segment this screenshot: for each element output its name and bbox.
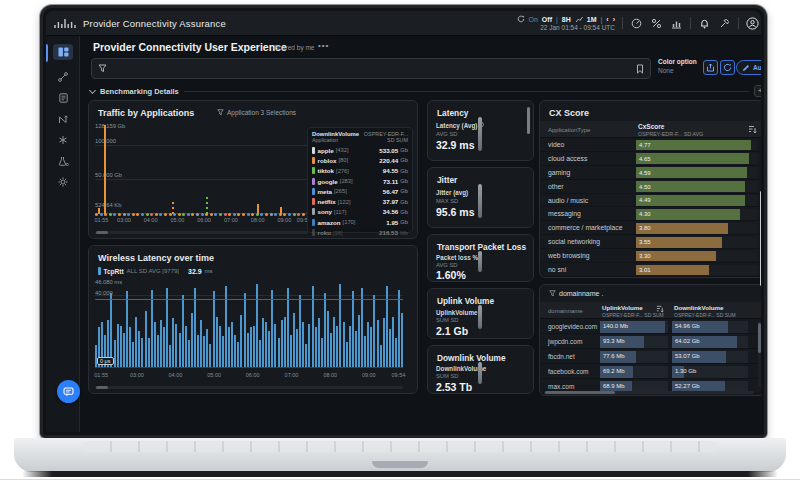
sidebar-item-dashboards[interactable] [53,44,73,60]
table-row-partial[interactable] [540,394,761,396]
wireless-latency-bar [219,326,221,367]
analytics-icon[interactable] [670,17,683,30]
wireless-latency-bar [228,327,230,367]
wireless-latency-bar [160,320,162,367]
traffic-dot [150,213,153,216]
table-row-facebook[interactable]: facebook.com 69.2 Mb 1.30 Gb [540,364,761,379]
wireless-latency-bar [377,320,379,367]
table-row-googlevideo[interactable]: googlevideo.com 140.0 Mb 54.96 Gb [540,319,761,334]
wireless-latency-bar [117,324,119,367]
cx-row-audio-music[interactable]: audio / music4.49 [540,194,761,208]
live-off-toggle[interactable]: Off [542,16,552,23]
legend-item-sony[interactable]: sony[117]34.56Gb [312,207,408,217]
legend-item-apple[interactable]: apple[432]533.05Gb [312,145,408,155]
col-cxscore[interactable]: CxScore [638,123,664,130]
refresh-icon [723,63,732,72]
legend-item-meta[interactable]: meta[265]56.47Gb [312,186,408,196]
sidebar-item-services[interactable] [53,132,73,148]
cx-row-gaming[interactable]: gaming4.59 [540,166,761,180]
legend-item-amazon[interactable]: amazon[170]1.95Gb [312,217,408,227]
traffic-chart[interactable]: 128.159 Gb 100.000 50.000 Gb 524.64 Kb [95,125,308,214]
user-avatar[interactable] [746,17,759,30]
application-filter-chip[interactable]: Application 3 Selections [217,109,296,116]
tools-percent-icon[interactable] [650,17,663,30]
sidebar-item-tests[interactable] [53,153,73,169]
col-domainname[interactable]: domainname [548,308,583,314]
cx-row-social-networking[interactable]: social networking3.55 [540,235,761,249]
table-row-jwpcdn[interactable]: jwpcdn.com 93.3 Mb 64.02 Gb [540,334,761,349]
help-chat-button[interactable] [57,380,80,403]
col-uplink[interactable]: UplinkVolume [602,304,643,311]
cx-table-header: ApplicationType CxScore OSPREY-EDR-F... … [540,121,761,138]
filter-input[interactable] [91,58,651,79]
wireless-legend[interactable]: TcpRtt ALL SD AVG [9779] 32.9 ms [98,267,213,275]
wireless-chart[interactable]: 0 μs [95,284,403,368]
traffic-dot [274,213,277,216]
cx-row-no-sni[interactable]: no sni3.01 [540,263,761,277]
more-menu-button[interactable]: ••• [318,41,329,50]
cx-row-cloud-access[interactable]: cloud access4.65 [540,152,761,166]
time-next-button[interactable]: › [613,16,615,23]
wireless-latency-bar [367,322,369,367]
surface-line [0,479,800,480]
cx-row-commerce[interactable]: commerce / marketplace3.80 [540,221,761,235]
cx-row-video[interactable]: video4.77 [540,138,761,152]
legend-item-tiktok[interactable]: tiktok[276]94.55Gb [312,166,408,176]
wireless-latency-bar [259,340,261,367]
col-application-type[interactable]: ApplicationType [548,127,590,133]
time-prev-button[interactable]: ‹ [606,16,608,23]
color-option-control[interactable]: Color option None [658,58,697,74]
legend-item-google[interactable]: google[283]73.11Gb [312,176,408,186]
kpi-scrollbar[interactable] [527,107,530,134]
time-range-control[interactable]: On Off | 8H 1M | ‹ › 22 Jan 01:54 - 09:5… [517,15,615,31]
series-color-chip [312,147,315,154]
chevron-down-icon[interactable] [89,86,96,93]
table-row-fbcdn[interactable]: fbcdn.net 77.6 Mb 53.07 Gb [540,349,761,364]
cx-row-other[interactable]: other4.50 [540,180,761,194]
live-on-toggle[interactable]: On [529,16,538,23]
domainname-filter-chip[interactable]: domainname . [549,290,603,297]
wireless-latency-bar [151,290,153,367]
traffic-spike [172,199,174,214]
wireless-latency-bar [175,324,177,367]
sort-filter-icon[interactable] [748,125,757,134]
page-title: Provider Connectivity User Experience [93,41,287,53]
gear-icon [58,177,68,187]
notifications-bell-icon[interactable] [698,17,711,30]
sidebar-item-reports[interactable] [53,90,73,106]
compare-1m[interactable]: 1M [587,16,597,23]
bookmark-icon[interactable] [636,64,644,74]
author-mode-button[interactable]: Author [736,60,761,75]
add-panel-button[interactable]: + [754,85,761,97]
sidebar-item-topology[interactable] [53,69,73,85]
sidebar-item-settings[interactable] [53,174,73,190]
export-button[interactable] [703,60,718,75]
cx-row-messaging[interactable]: messaging4.30 [540,207,761,221]
product-title: Provider Connectivity Assurance [83,18,226,29]
page-scrollbar[interactable] [760,191,761,286]
auto-refresh-icon[interactable] [517,15,525,23]
traffic-dot [164,213,167,216]
keyboard-strip [84,441,716,452]
section-title: Benchmarking Details [100,87,179,96]
pin-icon[interactable] [718,17,731,30]
kpi-metric-label: Packet loss % [436,254,478,261]
traffic-hscrollbar[interactable] [95,231,308,234]
wireless-latency-bar [253,326,255,367]
legend-item-roblox[interactable]: roblox[80]220.44Gb [312,155,408,165]
col-downlink[interactable]: DownlinkVolume [674,304,723,311]
traffic-dot [256,213,259,216]
domain-table-hscrollbar[interactable] [544,391,754,394]
latency-kpi-panel: Latency Latency (Avg) AVG SD 32.9 ms [427,100,534,161]
wireless-latency-bar [364,336,366,367]
legend-item-netflix[interactable]: netflix[122]37.97Gb [312,196,408,206]
domain-table-vscrollbar[interactable] [758,321,761,387]
refresh-button[interactable] [720,60,735,75]
legend-item-roku[interactable]: roku[38]216.53Mb [312,227,408,237]
gauge-icon[interactable] [630,17,643,30]
sort-filter-icon[interactable] [656,305,664,313]
wireless-hscrollbar[interactable] [95,386,403,389]
sidebar-item-flows[interactable] [53,111,73,127]
range-8h[interactable]: 8H [562,16,571,23]
cx-row-web-browsing[interactable]: web browsing3.30 [540,249,761,263]
